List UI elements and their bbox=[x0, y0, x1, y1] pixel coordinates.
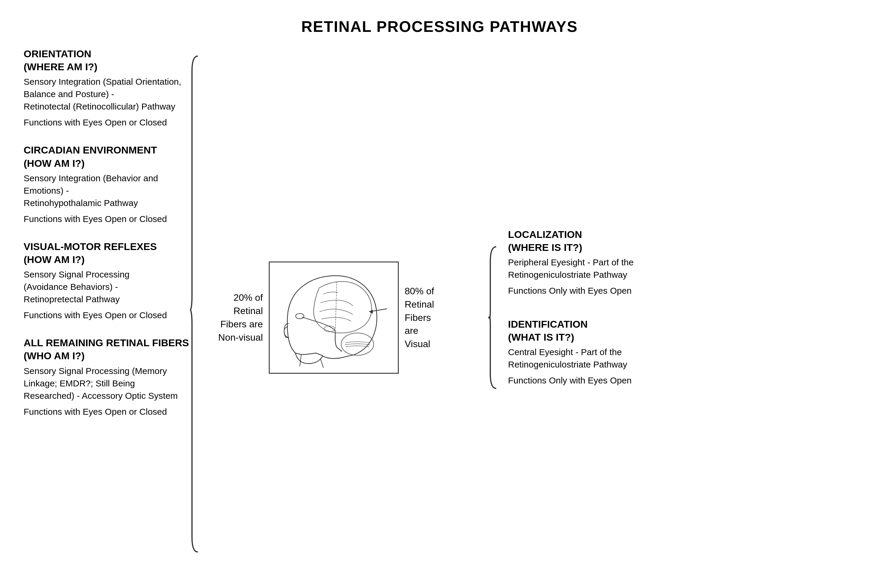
localization-function: Functions Only with Eyes Open bbox=[508, 285, 634, 297]
right-column: LOCALIZATION(WHERE IS IT?) Peripheral Ey… bbox=[467, 47, 879, 588]
right-brace-icon bbox=[484, 244, 499, 392]
remaining-body: Sensory Signal Processing (MemoryLinkage… bbox=[24, 365, 189, 402]
right-sections-content: LOCALIZATION(WHERE IS IT?) Peripheral Ey… bbox=[508, 228, 634, 408]
section-orientation: ORIENTATION(WHERE AM I?) Sensory Integra… bbox=[24, 47, 189, 129]
right-brace-wrapper: LOCALIZATION(WHERE IS IT?) Peripheral Ey… bbox=[484, 228, 855, 408]
remaining-function: Functions with Eyes Open or Closed bbox=[24, 406, 189, 418]
orientation-title: ORIENTATION(WHERE AM I?) bbox=[24, 47, 189, 73]
visual-motor-title: VISUAL-MOTOR REFLEXES(HOW AM I?) bbox=[24, 240, 189, 266]
circadian-title: CIRCADIAN ENVIRONMENT(HOW AM I?) bbox=[24, 144, 189, 170]
fiber-right-label: 80% ofRetinalFibersareVisual bbox=[405, 285, 464, 351]
fiber-left-label: 20% ofRetinalFibers areNon-visual bbox=[204, 291, 263, 344]
center-column: 20% ofRetinalFibers areNon-visual bbox=[201, 47, 467, 588]
brain-image-box bbox=[269, 261, 399, 374]
section-visual-motor: VISUAL-MOTOR REFLEXES(HOW AM I?) Sensory… bbox=[24, 240, 189, 321]
left-brace-icon bbox=[189, 53, 201, 555]
brain-drawing bbox=[272, 264, 396, 371]
visual-motor-body: Sensory Signal Processing(Avoidance Beha… bbox=[24, 268, 189, 306]
orientation-function: Functions with Eyes Open or Closed bbox=[24, 116, 189, 129]
section-remaining: ALL REMAINING RETINAL FIBERS(WHO AM I?) … bbox=[24, 336, 189, 418]
visual-motor-function: Functions with Eyes Open or Closed bbox=[24, 309, 189, 321]
circadian-function: Functions with Eyes Open or Closed bbox=[24, 213, 189, 225]
section-circadian: CIRCADIAN ENVIRONMENT(HOW AM I?) Sensory… bbox=[24, 144, 189, 225]
identification-function: Functions Only with Eyes Open bbox=[508, 374, 634, 387]
localization-body: Peripheral Eyesight - Part of theRetinog… bbox=[508, 256, 634, 281]
fiber-labels: 20% ofRetinalFibers areNon-visual bbox=[201, 261, 467, 374]
circadian-body: Sensory Integration (Behavior andEmotion… bbox=[24, 172, 189, 209]
left-column: ORIENTATION(WHERE AM I?) Sensory Integra… bbox=[0, 47, 201, 588]
localization-title: LOCALIZATION(WHERE IS IT?) bbox=[508, 228, 634, 254]
remaining-title: ALL REMAINING RETINAL FIBERS(WHO AM I?) bbox=[24, 336, 189, 362]
section-localization: LOCALIZATION(WHERE IS IT?) Peripheral Ey… bbox=[508, 228, 634, 297]
identification-title: IDENTIFICATION(WHAT IS IT?) bbox=[508, 318, 634, 344]
page-title: RETINAL PROCESSING PATHWAYS bbox=[0, 0, 879, 47]
orientation-body: Sensory Integration (Spatial Orientation… bbox=[24, 76, 189, 113]
section-identification: IDENTIFICATION(WHAT IS IT?) Central Eyes… bbox=[508, 318, 634, 387]
svg-point-0 bbox=[296, 314, 304, 319]
identification-body: Central Eyesight - Part of theRetinogeni… bbox=[508, 346, 634, 371]
